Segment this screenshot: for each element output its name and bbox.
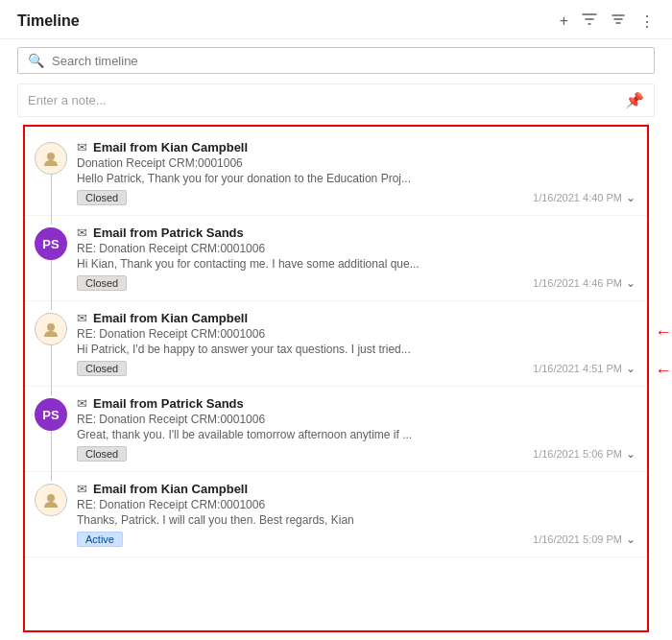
email-preview-4: Great, thank you. I'll be available tomo… bbox=[77, 428, 636, 441]
avatar-5 bbox=[35, 484, 67, 516]
email-content-4: ✉ Email from Patrick Sands RE: Donation … bbox=[77, 396, 636, 462]
email-time-4: 1/16/2021 5:06 PM ⌄ bbox=[533, 447, 636, 461]
timeline-panel: Timeline + ⋮ 🔍 Enter a note... 📌 bbox=[0, 0, 672, 640]
avatar-3 bbox=[35, 313, 67, 345]
email-icon-3: ✉ bbox=[77, 311, 87, 325]
chevron-2[interactable]: ⌄ bbox=[626, 276, 636, 290]
email-subject-1: Donation Receipt CRM:0001006 bbox=[77, 156, 636, 170]
email-subject-2: RE: Donation Receipt CRM:0001006 bbox=[77, 242, 636, 255]
email-from-5: Email from Kian Campbell bbox=[93, 482, 248, 496]
header-icons: + ⋮ bbox=[560, 12, 655, 31]
email-item-5[interactable]: ✉ Email from Kian Campbell RE: Donation … bbox=[25, 472, 647, 557]
add-button[interactable]: + bbox=[560, 12, 568, 30]
email-icon-2: ✉ bbox=[77, 225, 87, 240]
email-icon-1: ✉ bbox=[77, 140, 87, 154]
svg-point-2 bbox=[47, 494, 55, 502]
panel-title: Timeline bbox=[17, 12, 80, 30]
more-icon[interactable]: ⋮ bbox=[639, 12, 655, 31]
email-content-2: ✉ Email from Patrick Sands RE: Donation … bbox=[77, 225, 636, 291]
email-content-1: ✉ Email from Kian Campbell Donation Rece… bbox=[77, 140, 636, 205]
avatar-2: PS bbox=[35, 227, 67, 260]
svg-point-0 bbox=[47, 153, 55, 160]
email-icon-4: ✉ bbox=[77, 396, 87, 411]
email-icon-5: ✉ bbox=[77, 482, 87, 496]
email-from-3: Email from Kian Campbell bbox=[93, 311, 248, 325]
email-item-3[interactable]: ✉ Email from Kian Campbell RE: Donation … bbox=[25, 301, 647, 387]
email-footer-4: Closed 1/16/2021 5:06 PM ⌄ bbox=[77, 446, 636, 462]
chevron-5[interactable]: ⌄ bbox=[626, 533, 636, 546]
email-subject-4: RE: Donation Receipt CRM:0001006 bbox=[77, 413, 636, 426]
email-preview-5: Thanks, Patrick. I will call you then. B… bbox=[77, 513, 636, 527]
panel-header: Timeline + ⋮ bbox=[0, 0, 672, 39]
email-from-1: Email from Kian Campbell bbox=[93, 140, 248, 154]
email-content-3: ✉ Email from Kian Campbell RE: Donation … bbox=[77, 311, 636, 376]
email-from-2: Email from Patrick Sands bbox=[93, 225, 244, 240]
email-footer-5: Active 1/16/2021 5:09 PM ⌄ bbox=[77, 532, 636, 547]
note-bar[interactable]: Enter a note... 📌 bbox=[17, 83, 655, 117]
email-from-4: Email from Patrick Sands bbox=[93, 396, 244, 411]
email-subject-3: RE: Donation Receipt CRM:0001006 bbox=[77, 327, 636, 341]
avatar-1 bbox=[35, 142, 67, 175]
chevron-1[interactable]: ⌄ bbox=[626, 191, 636, 204]
svg-point-1 bbox=[47, 323, 55, 331]
email-footer-1: Closed 1/16/2021 4:40 PM ⌄ bbox=[77, 190, 636, 205]
status-badge-1: Closed bbox=[77, 190, 127, 205]
status-badge-3: Closed bbox=[77, 361, 127, 376]
email-preview-2: Hi Kian, Thank you for contacting me. I … bbox=[77, 257, 636, 271]
timeline-container: ✉ Email from Kian Campbell Donation Rece… bbox=[23, 125, 649, 632]
search-input[interactable] bbox=[52, 54, 644, 68]
email-subject-5: RE: Donation Receipt CRM:0001006 bbox=[77, 498, 636, 511]
email-time-1: 1/16/2021 4:40 PM ⌄ bbox=[533, 191, 636, 204]
note-placeholder: Enter a note... bbox=[28, 93, 107, 107]
email-preview-3: Hi Patrick, I'd be happy to answer your … bbox=[77, 343, 636, 356]
email-time-2: 1/16/2021 4:46 PM ⌄ bbox=[533, 276, 636, 290]
paperclip-icon[interactable]: 📌 bbox=[625, 91, 644, 109]
status-badge-4: Closed bbox=[77, 446, 127, 462]
email-time-5: 1/16/2021 5:09 PM ⌄ bbox=[533, 533, 636, 546]
email-item-2[interactable]: PS ✉ Email from Patrick Sands RE: Donati… bbox=[25, 216, 647, 301]
filter-icon[interactable] bbox=[582, 12, 597, 31]
email-content-5: ✉ Email from Kian Campbell RE: Donation … bbox=[77, 482, 636, 547]
email-item-4[interactable]: PS ✉ Email from Patrick Sands RE: Donati… bbox=[25, 387, 647, 472]
avatar-4: PS bbox=[35, 398, 67, 431]
chevron-4[interactable]: ⌄ bbox=[626, 447, 636, 461]
status-badge-2: Closed bbox=[77, 275, 127, 291]
annotation-1: ← 1 bbox=[655, 321, 672, 343]
search-icon: 🔍 bbox=[28, 53, 44, 68]
email-preview-1: Hello Patrick, Thank you for your donati… bbox=[77, 172, 636, 185]
sort-icon[interactable] bbox=[611, 12, 626, 31]
status-badge-5: Active bbox=[77, 532, 123, 547]
email-item-1[interactable]: ✉ Email from Kian Campbell Donation Rece… bbox=[25, 130, 647, 216]
chevron-3[interactable]: ⌄ bbox=[626, 362, 636, 375]
search-bar[interactable]: 🔍 bbox=[17, 47, 655, 74]
email-footer-3: Closed 1/16/2021 4:51 PM ⌄ bbox=[77, 361, 636, 376]
email-footer-2: Closed 1/16/2021 4:46 PM ⌄ bbox=[77, 275, 636, 291]
email-time-3: 1/16/2021 4:51 PM ⌄ bbox=[533, 362, 636, 375]
timeline-inner: ✉ Email from Kian Campbell Donation Rece… bbox=[25, 127, 647, 561]
annotation-2: ← 2 bbox=[655, 360, 672, 381]
